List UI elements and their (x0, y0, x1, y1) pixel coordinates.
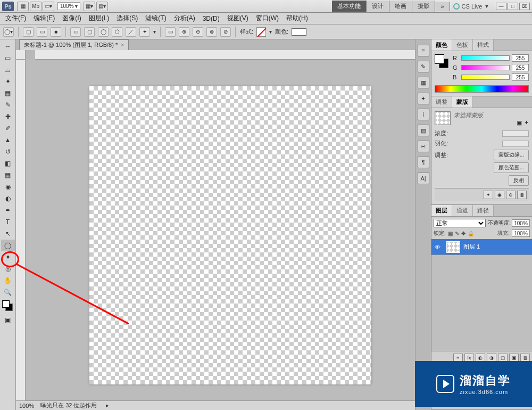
path-subtract-icon[interactable]: ⊖ (193, 27, 203, 37)
tab-adjustments[interactable]: 调整 (431, 96, 452, 108)
ruler-vertical[interactable] (16, 60, 26, 400)
lock-all-icon[interactable]: 🔒 (468, 231, 474, 236)
apply-mask-icon[interactable]: ◉ (495, 191, 504, 199)
maximize-button[interactable]: □ (508, 3, 518, 10)
color-range-button[interactable]: 颜色范围... (494, 162, 529, 173)
density-field[interactable] (502, 130, 529, 137)
menu-select[interactable]: 选择(S) (113, 13, 141, 24)
tab-swatches[interactable]: 色板 (452, 39, 473, 51)
document-tab[interactable]: 未标题-1 @ 100% (图层 1, RGB/8) * × (19, 39, 129, 50)
menu-image[interactable]: 图像(I) (59, 13, 84, 24)
tool-presets-panel-icon[interactable]: ✂ (418, 141, 429, 152)
marquee-tool-icon[interactable]: ▭ (1, 52, 15, 64)
delete-mask-icon[interactable]: 🗑 (517, 191, 527, 199)
shape-custom-icon[interactable]: ✦ (139, 27, 150, 37)
zoom-tool-icon[interactable]: 🔍 (1, 286, 15, 298)
shape-roundrect-icon[interactable]: ▢ (84, 27, 95, 37)
move-tool-icon[interactable]: ↔ (1, 40, 15, 52)
shape-line-icon[interactable]: ／ (126, 27, 136, 37)
swatches-panel-icon[interactable]: ▤ (418, 125, 429, 136)
brush-tool-icon[interactable]: ✐ (1, 122, 15, 134)
pen-tool-icon[interactable]: ✒ (1, 204, 15, 216)
minibridge-icon[interactable]: Mb (30, 2, 41, 11)
clone-source-panel-icon[interactable]: ✦ (418, 93, 429, 104)
ruler-origin[interactable] (16, 50, 26, 60)
path-new-icon[interactable]: ▭ (165, 27, 176, 37)
panel-fg-swatch[interactable] (435, 54, 444, 64)
minimize-button[interactable]: — (496, 3, 506, 10)
bridge-icon[interactable]: ▦ (17, 2, 29, 11)
tab-channels[interactable]: 通道 (452, 205, 473, 216)
invert-button[interactable]: 反相 (509, 175, 529, 186)
quick-mask-icon[interactable]: ▣ (1, 314, 15, 326)
lock-position-icon[interactable]: ✥ (461, 231, 466, 236)
shape-layers-icon[interactable]: ▢ (23, 27, 34, 37)
color-swatches[interactable] (0, 300, 15, 314)
style-none-icon[interactable] (256, 27, 266, 37)
menu-layer[interactable]: 图层(L) (86, 13, 113, 24)
shape-color-swatch[interactable] (292, 28, 306, 36)
visibility-icon[interactable]: 👁 (431, 244, 443, 250)
arrange-icon[interactable]: ▦▾ (84, 2, 95, 11)
brush-panel-icon[interactable]: ✎ (418, 61, 429, 72)
shape-tool-icon[interactable]: ◯ (1, 240, 15, 251)
shape-rect-icon[interactable]: ▭ (70, 27, 81, 37)
foreground-color-swatch[interactable] (2, 300, 10, 308)
tab-paths[interactable]: 路径 (473, 205, 494, 216)
hand-tool-icon[interactable]: ✋ (1, 275, 15, 286)
extras-icon[interactable]: ▤▾ (96, 2, 108, 11)
status-zoom[interactable]: 100% (19, 403, 34, 409)
b-value[interactable]: 255 (512, 73, 529, 81)
character-panel-icon[interactable]: A| (418, 173, 429, 184)
layer-name[interactable]: 图层 1 (463, 243, 480, 251)
type-tool-icon[interactable]: T (1, 216, 15, 228)
workspace-tab-essentials[interactable]: 基本功能 (332, 1, 367, 12)
menu-view[interactable]: 视图(V) (224, 13, 252, 24)
disable-mask-icon[interactable]: ⊘ (506, 191, 516, 199)
tab-color[interactable]: 颜色 (431, 39, 452, 51)
vector-mask-icon[interactable]: ✦ (524, 119, 529, 126)
cslive-button[interactable]: CS Live ▼ (453, 3, 489, 10)
workspace-tab-design[interactable]: 设计 (367, 1, 389, 12)
workspace-tab-photography[interactable]: 摄影 (412, 1, 435, 12)
tab-layers[interactable]: 图层 (431, 205, 452, 216)
current-tool-icon[interactable]: ◯▾ (3, 27, 14, 37)
close-tab-icon[interactable]: × (121, 42, 124, 48)
opacity-value[interactable]: 100% (512, 219, 530, 227)
color-panel-swatches[interactable] (435, 54, 450, 69)
close-button[interactable]: ⌧ (519, 3, 530, 10)
zoom-level[interactable]: 100% ▾ (57, 2, 80, 10)
path-exclude-icon[interactable]: ⊘ (220, 27, 231, 37)
feather-field[interactable] (502, 141, 529, 147)
fill-pixels-icon[interactable]: ■ (51, 27, 61, 37)
menu-file[interactable]: 文件(F) (2, 13, 29, 24)
mask-edge-button[interactable]: 蒙版边缘... (494, 150, 529, 160)
history-panel-icon[interactable]: ≡ (418, 45, 429, 56)
eraser-tool-icon[interactable]: ◧ (1, 158, 15, 169)
menu-help[interactable]: 帮助(H) (283, 13, 311, 24)
canvas[interactable] (89, 86, 371, 384)
menu-filter[interactable]: 滤镜(T) (142, 13, 169, 24)
pixel-mask-icon[interactable]: ▣ (517, 119, 522, 126)
mask-from-selection-icon[interactable]: ✦ (484, 191, 493, 199)
brush-presets-panel-icon[interactable]: ▦ (418, 77, 429, 88)
layer-thumbnail[interactable] (446, 241, 460, 253)
gradient-tool-icon[interactable]: ▦ (1, 169, 15, 181)
b-slider[interactable] (461, 75, 510, 80)
tab-masks[interactable]: 蒙版 (452, 96, 473, 108)
healing-tool-icon[interactable]: ✚ (1, 111, 15, 122)
path-select-tool-icon[interactable]: ↖ (1, 228, 15, 240)
layer-item[interactable]: 👁 图层 1 (431, 239, 532, 255)
ruler-horizontal[interactable] (35, 50, 415, 60)
3d-camera-tool-icon[interactable]: ◎ (1, 263, 15, 275)
menu-3d[interactable]: 3D(D) (200, 14, 223, 23)
blend-mode-select[interactable]: 正常 (434, 219, 486, 227)
info-panel-icon[interactable]: i (418, 109, 429, 120)
g-value[interactable]: 255 (512, 64, 529, 71)
menu-window[interactable]: 窗口(W) (253, 13, 282, 24)
g-slider[interactable] (461, 65, 510, 70)
path-add-icon[interactable]: ⊕ (179, 27, 189, 37)
lock-pixels-icon[interactable]: ✎ (455, 231, 459, 236)
crop-tool-icon[interactable]: ▦ (1, 87, 15, 99)
spectrum-ramp[interactable] (435, 85, 529, 93)
